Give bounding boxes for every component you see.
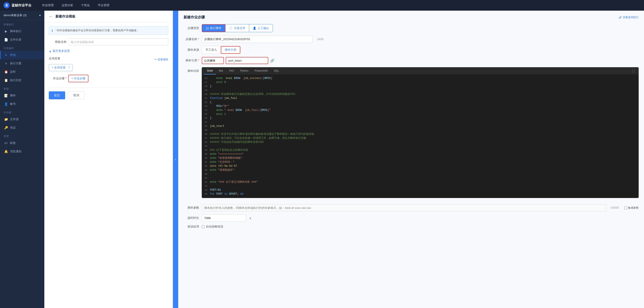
- code-tab-sql[interactable]: SQL: [271, 68, 282, 74]
- expand-settings-btn[interactable]: ▲ 展开更多设置: [49, 49, 168, 53]
- credential-icon: 🔑: [4, 126, 8, 130]
- nav-item-job[interactable]: 作业管理: [38, 2, 57, 9]
- sidebar-item-script-exec[interactable]: ▶ 脚本执行: [0, 27, 44, 36]
- script-source-manual-btn[interactable]: 手工录入: [202, 46, 221, 54]
- code-line-24: 24 echo " eval $NOW job_fail:[$MSG]": [202, 108, 638, 112]
- code-line-35: 35 echo "==============": [202, 152, 638, 156]
- code-tab-perl[interactable]: Perl: [226, 68, 237, 74]
- sensitive-checkbox[interactable]: 敏感参数: [624, 206, 639, 210]
- resource-section-label: 资源: [0, 84, 44, 91]
- auto-ignore-checkbox-input[interactable]: [202, 225, 204, 228]
- nav-item-ops[interactable]: 运营分析: [58, 2, 77, 9]
- code-line-19: 19: [202, 88, 638, 92]
- sidebar-item-plan[interactable]: ≡ 执行方案: [0, 59, 44, 68]
- sidebar-item-timer[interactable]: ⏰ 定时: [0, 68, 44, 76]
- step-type-file-btn[interactable]: 📄 分发文件: [226, 24, 249, 32]
- code-editor-body[interactable]: 16 echo `eval $NOW job_success:[$MSG]` 1…: [202, 74, 638, 198]
- template-name-input[interactable]: [68, 38, 168, 46]
- sidebar-tenant[interactable]: demo体验业务 (3) ▾: [0, 11, 44, 20]
- script-ref-link[interactable]: 🔗: [270, 58, 274, 63]
- sidebar-item-history[interactable]: 📋 执行历史: [0, 76, 44, 84]
- nav-item-platform[interactable]: 平台管理: [94, 2, 113, 9]
- step-name-row: 步骤名称 24/60: [184, 36, 639, 43]
- step-type-label: 步骤类型: [184, 26, 199, 30]
- sidebar-item-filesource[interactable]: 📁 文件源: [0, 115, 44, 124]
- fullscreen-icon[interactable]: ⛶: [630, 68, 637, 74]
- script-params-input[interactable]: [202, 204, 606, 211]
- code-line-28: 28 job_start: [202, 124, 638, 128]
- job-icon: ≡: [4, 53, 8, 57]
- manual-label: 手工录入: [206, 48, 217, 52]
- add-var-btn[interactable]: + 全局变量 ?: [49, 64, 73, 71]
- sidebar-item-label: 消息通知: [10, 150, 22, 154]
- batch-edit-btn[interactable]: ✏ 批量编辑: [154, 58, 168, 62]
- code-tab-bat[interactable]: Bat: [216, 68, 226, 74]
- file-dist-icon: 📄: [229, 26, 232, 30]
- app-title: 蓝鲸作业平台: [12, 3, 32, 8]
- template-name-row: 模板名称: [49, 38, 168, 46]
- cancel-button[interactable]: 取消: [68, 91, 85, 99]
- sidebar-item-script[interactable]: 📝 脚本: [0, 91, 44, 100]
- script-source-ref-btn[interactable]: 脚本引用: [221, 46, 240, 54]
- steps-row: 作业步骤 + 作业步骤: [49, 75, 168, 82]
- code-tab-python[interactable]: Python: [237, 68, 252, 74]
- sidebar-item-tag[interactable]: 🏷 标签: [0, 139, 44, 147]
- app-logo: 蓝 蓝鲸作业平台: [4, 2, 32, 8]
- sidebar-item-label: 凭证: [10, 126, 16, 130]
- step-type-confirm-btn[interactable]: 👤 人工确认: [249, 24, 273, 32]
- file-dist-icon: 📄: [4, 38, 8, 42]
- script-ref-input[interactable]: [226, 57, 268, 64]
- script-content-label: 脚本内容: [184, 67, 199, 73]
- sidebar-item-label: 执行方案: [10, 62, 22, 66]
- sidebar-item-credential[interactable]: 🔑 凭证: [0, 124, 44, 132]
- script-ref-select[interactable]: 公共脚本 业务脚本: [202, 57, 224, 64]
- steps-section: 作业步骤 + 作业步骤: [49, 75, 168, 82]
- sensitive-checkbox-input[interactable]: [624, 206, 627, 209]
- submit-button[interactable]: 提交: [49, 91, 65, 99]
- collapse-toggle[interactable]: ›: [173, 11, 178, 308]
- step-name-input[interactable]: [202, 36, 312, 43]
- script-content-row: 脚本内容 Shell Bat Perl Python Powershell SQ…: [184, 67, 639, 201]
- content-area: ← 新建作业模板 ℹ 「对作业模板的修改不会立即自动更新执行方案，需要由用户手动…: [44, 11, 644, 308]
- add-step-label: + 作业步骤: [72, 76, 85, 80]
- collapse-icon: ›: [175, 158, 176, 162]
- sensitive-label: 敏感参数: [628, 206, 639, 210]
- global-vars-section: 全局变量 ✏ 批量编辑 + 全局变量 ?: [49, 56, 168, 71]
- sidebar-item-file-dist[interactable]: 📄 文件分发: [0, 36, 44, 44]
- auto-ignore-checkbox[interactable]: 自动忽略错误: [202, 224, 223, 228]
- notify-icon: 🔔: [4, 150, 8, 153]
- sidebar-item-label: 标签: [10, 141, 16, 145]
- nav-item-personal[interactable]: 个性化: [78, 2, 93, 9]
- top-nav: 蓝 蓝鲸作业平台 作业管理 运营分析 个性化 平台管理: [0, 0, 644, 11]
- code-line-38: 38 date +%Y-%m-%d-%T: [202, 164, 638, 168]
- step-type-script-label: 执行脚本: [210, 26, 222, 30]
- expand-label: 展开更多设置: [52, 49, 70, 53]
- add-step-btn[interactable]: + 作业步骤: [68, 75, 88, 82]
- add-var-label: + 全局变量: [52, 66, 66, 70]
- sidebar-item-account[interactable]: 👤 账号: [0, 100, 44, 108]
- info-tip: ℹ 「对作业模板的修改不会立即自动更新执行方案，需要由用户手动触发」: [49, 26, 168, 35]
- timer-icon: ⏰: [4, 70, 8, 74]
- sidebar-item-label: 作业: [10, 53, 16, 57]
- step-type-script-btn[interactable]: {/} 执行脚本: [202, 24, 226, 32]
- timeout-input[interactable]: [202, 214, 246, 222]
- ref-label: 脚本引用: [225, 48, 236, 52]
- sidebar-item-job[interactable]: ≡ 作业: [0, 51, 44, 59]
- code-tab-shell[interactable]: Shell: [204, 68, 216, 74]
- sidebar-item-label: 脚本: [10, 94, 16, 98]
- var-guide-btn[interactable]: 🔗 变量使用指引: [618, 16, 639, 19]
- code-tab-powershell[interactable]: Powershell: [252, 68, 271, 74]
- chevron-down-icon: ▾: [39, 14, 41, 17]
- files-section-label: 文件源: [0, 108, 44, 115]
- sidebar: demo体验业务 (3) ▾ 快速执行 ▶ 脚本执行 📄 文件分发 任务编排 ≡…: [0, 11, 44, 308]
- logo-icon: 蓝: [4, 2, 10, 8]
- code-line-18: 18 }: [202, 84, 638, 88]
- top-nav-menu: 作业管理 运营分析 个性化 平台管理: [38, 2, 640, 9]
- batch-edit-label: 批量编辑: [158, 58, 168, 62]
- code-editor-wrapper: Shell Bat Perl Python Powershell SQL ⛶: [202, 67, 639, 201]
- code-line-27: 27: [202, 120, 638, 124]
- back-button[interactable]: ←: [49, 14, 53, 19]
- batch-edit-icon: ✏: [154, 58, 157, 61]
- sidebar-item-notify[interactable]: 🔔 消息通知: [0, 147, 44, 156]
- code-line-25: 25 exit 1: [202, 112, 638, 116]
